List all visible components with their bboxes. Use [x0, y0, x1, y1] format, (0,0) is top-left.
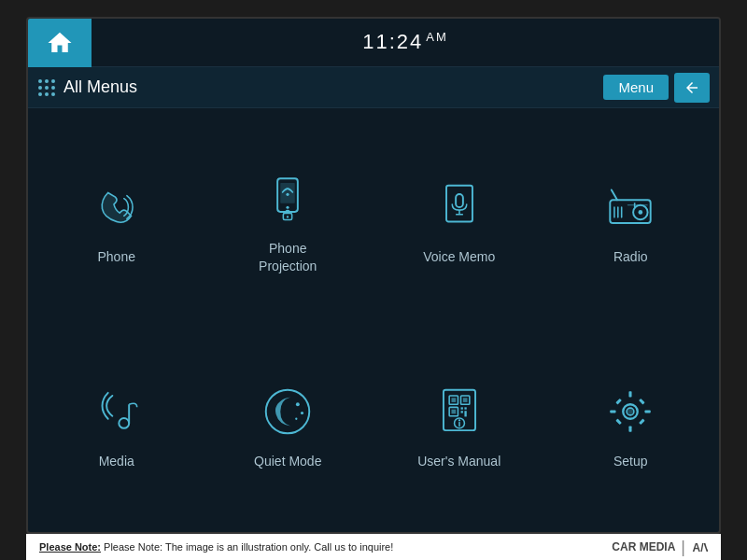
menu-item-phone-projection[interactable]: PhoneProjection — [204, 118, 373, 318]
device-bezel: 11:24AM All Menus Menu — [0, 0, 747, 560]
svg-point-2 — [51, 79, 55, 83]
svg-point-28 — [119, 418, 129, 428]
svg-rect-54 — [645, 411, 651, 413]
media-label: Media — [99, 453, 134, 469]
voice-memo-icon-container — [426, 174, 493, 241]
svg-point-25 — [639, 211, 643, 216]
bottom-note: Please Note: Please Note: The image is a… — [39, 541, 393, 553]
svg-point-6 — [38, 92, 42, 96]
svg-rect-57 — [616, 419, 623, 426]
svg-point-1 — [45, 79, 49, 83]
voice-memo-label: Voice Memo — [423, 248, 495, 265]
svg-rect-53 — [611, 411, 616, 413]
menu-item-users-manual[interactable]: User's Manual — [375, 322, 543, 523]
svg-point-14 — [287, 217, 289, 218]
svg-point-3 — [38, 86, 42, 90]
home-icon — [46, 29, 74, 57]
svg-point-31 — [296, 403, 300, 407]
svg-line-20 — [612, 190, 617, 201]
phone-icon-container — [83, 174, 150, 241]
setup-icon — [601, 383, 659, 441]
svg-rect-42 — [464, 408, 466, 410]
svg-rect-38 — [463, 399, 468, 403]
menu-item-phone[interactable]: Phone — [33, 118, 201, 318]
menu-item-radio[interactable]: Radio — [547, 118, 715, 318]
svg-point-0 — [38, 79, 42, 83]
svg-rect-51 — [629, 392, 632, 398]
svg-point-7 — [45, 92, 49, 96]
menu-item-media[interactable]: Media — [33, 322, 201, 523]
brand-separator: | — [681, 538, 685, 557]
svg-rect-40 — [451, 410, 456, 414]
svg-rect-58 — [639, 419, 645, 426]
svg-rect-19 — [611, 201, 651, 224]
svg-rect-56 — [639, 399, 645, 405]
menu-grid: Phone — [28, 108, 719, 532]
menu-item-setup[interactable]: Setup — [547, 322, 715, 523]
phone-projection-icon — [259, 170, 317, 228]
setup-label: Setup — [613, 453, 648, 469]
svg-rect-44 — [464, 412, 466, 417]
grid-icon — [37, 78, 56, 97]
top-bar: 11:24AM — [28, 19, 719, 67]
media-icon — [88, 383, 146, 441]
svg-point-46 — [458, 420, 460, 422]
svg-rect-52 — [629, 427, 632, 432]
users-manual-label: User's Manual — [417, 453, 500, 469]
phone-projection-icon-container — [254, 165, 321, 232]
bottom-bar: Please Note: Please Note: The image is a… — [26, 534, 721, 560]
users-manual-icon — [430, 383, 488, 441]
svg-rect-15 — [446, 186, 472, 222]
quiet-mode-icon — [259, 383, 317, 441]
ampm-value: AM — [426, 30, 448, 44]
home-button[interactable] — [28, 19, 92, 67]
svg-point-33 — [295, 418, 297, 420]
svg-rect-36 — [451, 399, 456, 403]
setup-icon-container — [597, 378, 664, 445]
grid-dots-icon — [37, 78, 56, 97]
radio-label: Radio — [613, 248, 648, 265]
quiet-mode-icon-container — [254, 378, 321, 445]
radio-icon — [601, 178, 659, 236]
menu-item-voice-memo[interactable]: Voice Memo — [375, 118, 543, 318]
svg-rect-55 — [616, 399, 623, 405]
svg-rect-16 — [456, 194, 463, 207]
quiet-mode-label: Quiet Mode — [254, 453, 321, 469]
svg-rect-41 — [460, 408, 462, 410]
menu-button[interactable]: Menu — [603, 75, 669, 100]
svg-point-12 — [287, 193, 289, 196]
svg-point-30 — [266, 390, 310, 434]
phone-label: Phone — [98, 248, 135, 265]
menu-item-quiet-mode[interactable]: Quiet Mode — [204, 322, 373, 523]
bottom-brand: CAR MEDIA | A/V — [612, 538, 708, 557]
users-manual-icon-container — [426, 378, 493, 445]
svg-point-50 — [627, 409, 633, 414]
svg-point-11 — [287, 206, 289, 209]
menu-bar: All Menus Menu — [28, 67, 719, 108]
voice-memo-icon — [430, 178, 488, 236]
phone-projection-label: PhoneProjection — [259, 240, 317, 273]
svg-point-4 — [45, 86, 49, 90]
svg-rect-43 — [460, 412, 462, 413]
svg-point-5 — [51, 86, 55, 90]
phone-icon — [88, 178, 146, 236]
radio-icon-container — [597, 174, 664, 241]
back-icon — [684, 79, 700, 96]
svg-text:A/V: A/V — [693, 541, 709, 554]
svg-point-8 — [51, 92, 55, 96]
screen: 11:24AM All Menus Menu — [26, 17, 721, 534]
svg-point-32 — [301, 412, 303, 414]
clock-display: 11:24AM — [92, 30, 719, 54]
av-icon: A/V — [691, 539, 708, 555]
time-value: 11:24 — [362, 31, 423, 54]
back-button[interactable] — [674, 73, 710, 103]
all-menus-label: All Menus — [63, 77, 603, 97]
media-icon-container — [83, 378, 150, 445]
